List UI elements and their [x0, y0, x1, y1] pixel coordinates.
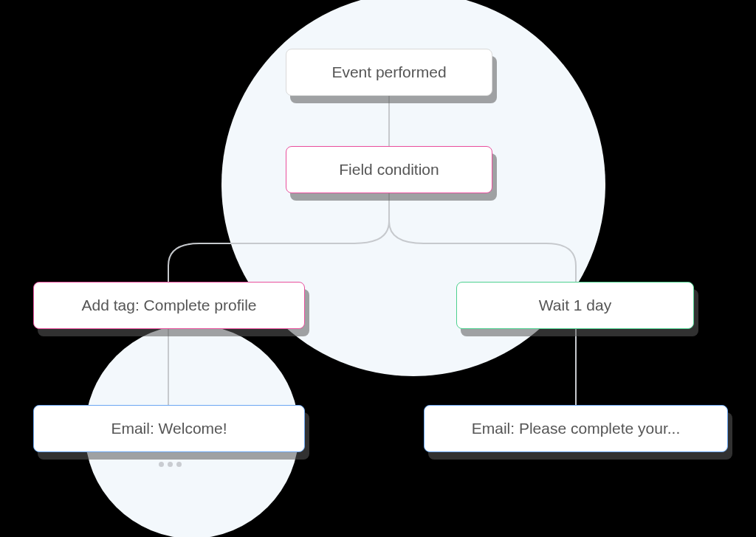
email-complete-label: Email: Please complete your... — [472, 420, 680, 437]
email-welcome-node[interactable]: Email: Welcome! — [33, 405, 305, 452]
add-tag-label: Add tag: Complete profile — [82, 297, 257, 314]
add-tag-node[interactable]: Add tag: Complete profile — [33, 282, 305, 329]
trigger-label: Event performed — [331, 63, 446, 81]
dot — [159, 462, 164, 467]
wait-node[interactable]: Wait 1 day — [456, 282, 694, 329]
condition-label: Field condition — [339, 161, 439, 179]
dot — [176, 462, 182, 467]
wait-label: Wait 1 day — [539, 297, 611, 314]
email-welcome-label: Email: Welcome! — [111, 420, 227, 437]
condition-node[interactable]: Field condition — [286, 146, 492, 193]
workflow-canvas: Event performed Field condition Add tag:… — [0, 0, 756, 537]
more-icon[interactable] — [159, 462, 182, 467]
trigger-node[interactable]: Event performed — [286, 49, 492, 96]
email-complete-node[interactable]: Email: Please complete your... — [424, 405, 728, 452]
dot — [168, 462, 173, 467]
